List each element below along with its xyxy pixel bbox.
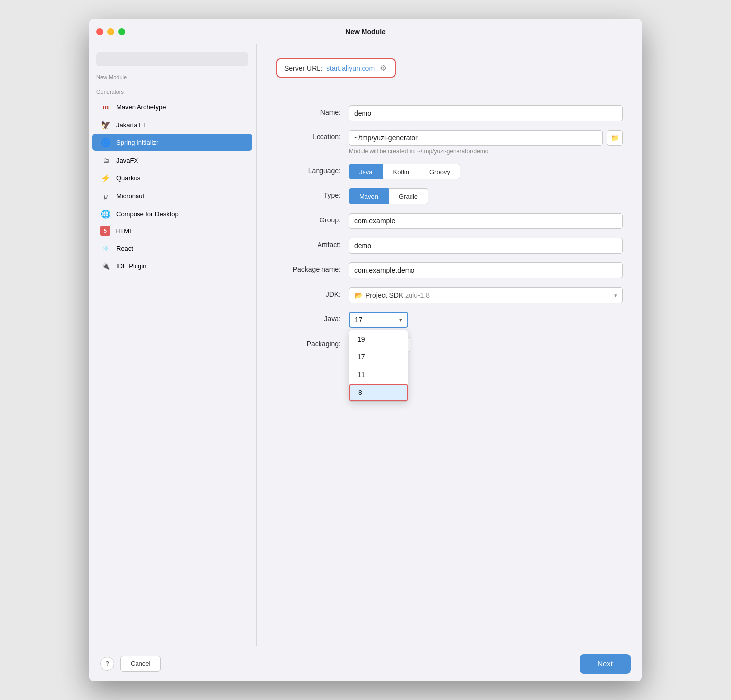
sidebar-item-label-maven: Maven Archetype [116, 103, 166, 111]
location-row: Location: 📁 Module will be created in: ~… [276, 130, 623, 155]
package-name-row: Package name: [276, 262, 623, 278]
package-name-field [349, 262, 623, 278]
jdk-label: JDK: [276, 287, 341, 298]
cancel-button[interactable]: Cancel [120, 656, 161, 672]
sidebar-item-label-javafx: JavaFX [116, 157, 138, 164]
language-field: Java Kotlin Groovy [349, 164, 623, 179]
new-module-dialog: New Module 🔍 New Module Generators m Mav… [89, 19, 642, 681]
package-name-label: Package name: [276, 262, 341, 273]
sidebar-item-label-ide-plugin: IDE Plugin [116, 262, 146, 270]
search-container: 🔍 [96, 52, 248, 66]
traffic-lights [96, 28, 125, 35]
jdk-version: zulu-1.8 [405, 291, 430, 299]
maximize-button[interactable] [118, 28, 125, 35]
group-input[interactable] [349, 213, 623, 229]
sidebar-item-quarkus[interactable]: ⚡ Quarkus [92, 170, 252, 186]
compose-icon: 🌐 [100, 208, 111, 219]
server-url-section: Server URL: start.aliyun.com ⚙ [276, 58, 623, 91]
java-selected-value: 17 [355, 316, 363, 324]
help-button[interactable]: ? [100, 657, 114, 671]
server-url-label: Server URL: [284, 64, 322, 72]
language-groovy-button[interactable]: Groovy [419, 164, 460, 179]
java-version-selector[interactable]: 17 ▾ [349, 312, 408, 328]
next-label: Next [597, 659, 613, 668]
sidebar-item-react[interactable]: ⚛ React [92, 240, 252, 257]
search-bar: 🔍 [89, 50, 256, 72]
type-toggle-group: Maven Gradle [349, 188, 623, 204]
jdk-sdk-name: Project SDK [366, 291, 403, 299]
name-row: Name: [276, 105, 623, 121]
java-option-19[interactable]: 19 [349, 330, 408, 348]
sidebar-item-spring[interactable]: 🌀 Spring Initializr [92, 134, 252, 151]
search-input[interactable] [96, 52, 248, 66]
server-url-value[interactable]: start.aliyun.com [326, 64, 375, 72]
package-name-input[interactable] [349, 262, 623, 278]
packaging-row: Packaging: Jar War [276, 337, 623, 352]
spring-icon: 🌀 [100, 137, 111, 148]
type-field: Maven Gradle [349, 188, 623, 204]
java-chevron-icon: ▾ [399, 317, 402, 323]
server-url-settings-button[interactable]: ⚙ [379, 63, 388, 73]
minimize-button[interactable] [107, 28, 114, 35]
artifact-label: Artifact: [276, 238, 341, 249]
jdk-field: 📂 Project SDK zulu-1.8 ▾ [349, 287, 623, 303]
sidebar-item-label-react: React [116, 245, 133, 252]
type-gradle-button[interactable]: Gradle [389, 188, 428, 204]
browse-folder-button[interactable]: 📁 [607, 130, 623, 146]
artifact-row: Artifact: [276, 238, 623, 254]
maven-icon: m [100, 101, 111, 112]
sidebar-item-ide-plugin[interactable]: 🔌 IDE Plugin [92, 258, 252, 274]
type-maven-button[interactable]: Maven [349, 188, 389, 204]
location-input[interactable] [349, 130, 603, 146]
artifact-field [349, 238, 623, 254]
sidebar-item-html[interactable]: 5 HTML [92, 223, 252, 239]
close-button[interactable] [96, 28, 103, 35]
sidebar-item-maven[interactable]: m Maven Archetype [92, 98, 252, 115]
java-dropdown-menu: 19 17 11 8 [349, 330, 408, 402]
java-option-11[interactable]: 11 [349, 366, 408, 384]
java-field: 17 ▾ 19 17 11 8 [349, 312, 623, 328]
sidebar: 🔍 New Module Generators m Maven Archetyp… [89, 44, 257, 646]
sidebar-item-javafx[interactable]: 🗂 JavaFX [92, 152, 252, 169]
folder-icon: 📁 [611, 134, 619, 142]
sidebar-item-compose[interactable]: 🌐 Compose for Desktop [92, 205, 252, 222]
quarkus-icon: ⚡ [100, 173, 111, 183]
type-row: Type: Maven Gradle [276, 188, 623, 204]
language-label: Language: [276, 164, 341, 175]
location-label: Location: [276, 130, 341, 141]
java-option-17[interactable]: 17 [349, 348, 408, 366]
language-java-button[interactable]: Java [349, 164, 383, 179]
jdk-folder-icon: 📂 [354, 291, 363, 299]
java-option-8[interactable]: 8 [349, 384, 408, 401]
name-field [349, 105, 623, 121]
sidebar-item-jakarta[interactable]: 🦅 Jakarta EE [92, 116, 252, 133]
javafx-icon: 🗂 [100, 155, 111, 166]
language-kotlin-button[interactable]: Kotlin [383, 164, 419, 179]
artifact-input[interactable] [349, 238, 623, 254]
language-toggle-group: Java Kotlin Groovy [349, 164, 623, 179]
location-hint: Module will be created in: ~/tmp/yuzi-ge… [349, 148, 623, 155]
jdk-selector[interactable]: 📂 Project SDK zulu-1.8 ▾ [349, 287, 623, 303]
sidebar-item-label-quarkus: Quarkus [116, 175, 140, 182]
sidebar-item-micronaut[interactable]: μ Micronaut [92, 187, 252, 204]
jdk-row: JDK: 📂 Project SDK zulu-1.8 ▾ [276, 287, 623, 303]
java-row: Java: 17 ▾ 19 17 11 8 [276, 312, 623, 328]
main-content: Server URL: start.aliyun.com ⚙ Name: Loc… [257, 44, 642, 646]
sidebar-item-label-html: HTML [115, 227, 133, 235]
name-label: Name: [276, 105, 341, 116]
micronaut-icon: μ [100, 190, 111, 201]
ide-plugin-icon: 🔌 [100, 261, 111, 271]
html-icon: 5 [100, 226, 110, 236]
jakarta-icon: 🦅 [100, 119, 111, 130]
location-field: 📁 Module will be created in: ~/tmp/yuzi-… [349, 130, 623, 155]
sidebar-heading: New Module [89, 72, 256, 83]
group-row: Group: [276, 213, 623, 229]
server-url-box: Server URL: start.aliyun.com ⚙ [276, 58, 396, 78]
sidebar-item-label-jakarta: Jakarta EE [116, 121, 148, 129]
jdk-text: 📂 Project SDK zulu-1.8 [354, 291, 614, 299]
title-bar: New Module [89, 19, 642, 44]
name-input[interactable] [349, 105, 623, 121]
next-button[interactable]: Next [580, 654, 631, 674]
dialog-body: 🔍 New Module Generators m Maven Archetyp… [89, 44, 642, 646]
help-icon: ? [105, 660, 109, 667]
